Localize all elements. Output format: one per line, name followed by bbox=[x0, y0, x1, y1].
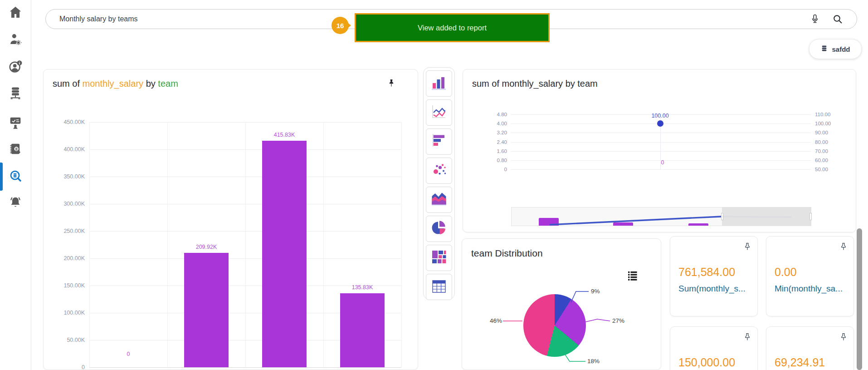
pie-slice-label: 18% bbox=[587, 358, 605, 365]
right-axis-tick: 70.00 bbox=[815, 148, 838, 154]
minimap-brush[interactable] bbox=[722, 207, 811, 226]
brush-handle-left[interactable] bbox=[721, 213, 723, 220]
metric-cards: 761,584.00Sum(monthly_s... 0.00Min(month… bbox=[670, 236, 854, 370]
gridline-vertical bbox=[89, 122, 90, 367]
right-axis-tick: 110.00 bbox=[815, 112, 838, 117]
metric-card: 761,584.00Sum(monthly_s... bbox=[670, 236, 758, 316]
notifications-icon bbox=[8, 195, 23, 212]
metric-card: 150,000.00 bbox=[670, 326, 758, 370]
sidebar-item-notifications[interactable] bbox=[6, 194, 24, 212]
chart-type-column-chart[interactable] bbox=[426, 70, 452, 97]
data-journal-icon bbox=[8, 142, 23, 158]
sidebar-item-data-search[interactable] bbox=[6, 168, 24, 186]
pin-icon[interactable] bbox=[387, 79, 396, 88]
database-icon bbox=[820, 44, 828, 54]
microphone-icon[interactable] bbox=[809, 14, 820, 25]
pin-icon[interactable] bbox=[743, 332, 752, 341]
left-axis-tick: 1.60 bbox=[488, 148, 507, 154]
bar[interactable] bbox=[262, 141, 307, 367]
table-chart-icon bbox=[430, 277, 448, 297]
search-icon[interactable] bbox=[832, 14, 843, 25]
pie-slice-label: 46% bbox=[485, 317, 502, 324]
chart-type-scatter-chart[interactable] bbox=[426, 158, 452, 184]
title-mid: by bbox=[143, 79, 158, 89]
bar-panel-title: sum of monthly_salary by team bbox=[53, 79, 178, 89]
metric-value: 150,000.00 bbox=[678, 356, 735, 369]
view-added-to-report-button[interactable]: View added to report bbox=[355, 13, 550, 42]
metric-value: 69,234.91 bbox=[775, 356, 825, 369]
gridline-vertical bbox=[401, 122, 402, 367]
gridline-vertical bbox=[245, 122, 246, 367]
bar[interactable] bbox=[340, 293, 385, 367]
y-axis-tick: 0 bbox=[53, 364, 85, 370]
gridline-vertical bbox=[323, 122, 324, 367]
area-chart-icon bbox=[430, 190, 448, 210]
chart-type-selector bbox=[423, 67, 455, 300]
left-axis-tick: 3.20 bbox=[488, 130, 507, 135]
left-axis-tick: 0 bbox=[488, 167, 507, 172]
sidebar-item-data-sources[interactable] bbox=[6, 85, 24, 103]
analytics-app: 16 View added to report safdd sum of mon… bbox=[0, 0, 868, 370]
bar-chart-panel: sum of monthly_salary by team 050.00K100… bbox=[43, 69, 418, 370]
sidebar-item-home[interactable] bbox=[6, 4, 24, 22]
sidebar-item-presentation[interactable] bbox=[6, 114, 24, 133]
left-axis-tick: 2.40 bbox=[488, 139, 507, 145]
data-point-label: 100.00 bbox=[642, 113, 678, 119]
gridline bbox=[511, 169, 811, 170]
user-settings-icon bbox=[8, 32, 23, 48]
data-point[interactable] bbox=[657, 120, 663, 127]
pie-chart-icon bbox=[430, 219, 448, 239]
y-axis-tick: 300.00K bbox=[53, 201, 85, 207]
gridline-vertical bbox=[167, 122, 168, 367]
chart-type-table-chart[interactable] bbox=[426, 274, 452, 300]
gridline bbox=[511, 133, 811, 133]
chart-type-pie-chart[interactable] bbox=[426, 216, 452, 242]
y-axis-tick: 350.00K bbox=[53, 173, 85, 180]
title-group: team bbox=[158, 79, 178, 89]
metric-value: 0.00 bbox=[775, 266, 797, 279]
chart-type-horizontal-bar-chart[interactable] bbox=[426, 128, 452, 155]
dataset-chip[interactable]: safdd bbox=[809, 39, 862, 59]
dual-axis-chart-panel: sum of monthly_salary by team 4.80110.00… bbox=[463, 69, 856, 232]
sidebar-item-data-journal[interactable] bbox=[6, 141, 24, 159]
y-axis-tick: 250.00K bbox=[53, 228, 85, 234]
chart-type-line-chart[interactable] bbox=[426, 99, 452, 126]
gridline bbox=[511, 151, 811, 152]
horizontal-bar-chart-icon bbox=[430, 132, 448, 152]
bar-value-label: 0 bbox=[108, 351, 149, 357]
y-axis-tick: 450.00K bbox=[53, 119, 85, 125]
line-chart-icon bbox=[430, 103, 448, 123]
right-axis-tick: 50.00 bbox=[815, 167, 838, 172]
pin-icon[interactable] bbox=[839, 242, 848, 251]
metric-card: 0.00Min(monthly_sa... bbox=[766, 236, 854, 316]
pie-slice-label: 27% bbox=[612, 317, 629, 324]
metric-value: 761,584.00 bbox=[678, 266, 735, 279]
presentation-icon bbox=[8, 115, 23, 132]
left-axis-tick: 0.80 bbox=[488, 158, 507, 163]
brush-handle-right[interactable] bbox=[809, 213, 812, 220]
y-axis-tick: 150.00K bbox=[53, 282, 85, 289]
metric-card: 69,234.91 bbox=[766, 326, 854, 370]
left-axis-tick: 4.00 bbox=[488, 121, 507, 126]
right-axis-tick: 60.00 bbox=[815, 158, 838, 163]
pin-icon[interactable] bbox=[839, 332, 848, 341]
bar-value-label: 209.92K bbox=[186, 244, 227, 250]
bar-value-label: 135.83K bbox=[342, 284, 383, 291]
home-icon bbox=[8, 5, 23, 21]
chart-type-area-chart[interactable] bbox=[426, 187, 452, 213]
preview-minimap[interactable] bbox=[511, 207, 811, 226]
sidebar-item-user-settings[interactable] bbox=[6, 31, 24, 49]
sidebar bbox=[0, 0, 31, 370]
chart-type-treemap-chart[interactable] bbox=[426, 245, 452, 271]
list-icon[interactable] bbox=[628, 271, 638, 281]
sidebar-item-user-info[interactable] bbox=[6, 59, 24, 77]
scatter-panel-title: sum of monthly_salary by team bbox=[472, 79, 598, 89]
right-axis-tick: 100.00 bbox=[815, 121, 838, 126]
search-bar-icons bbox=[809, 14, 843, 25]
bar[interactable] bbox=[184, 253, 229, 367]
pin-icon[interactable] bbox=[743, 242, 752, 251]
vertical-scrollbar[interactable] bbox=[857, 228, 862, 370]
zero-value-label: 0 bbox=[661, 159, 664, 166]
right-axis-tick: 90.00 bbox=[815, 130, 838, 135]
data-search-icon bbox=[8, 169, 23, 185]
